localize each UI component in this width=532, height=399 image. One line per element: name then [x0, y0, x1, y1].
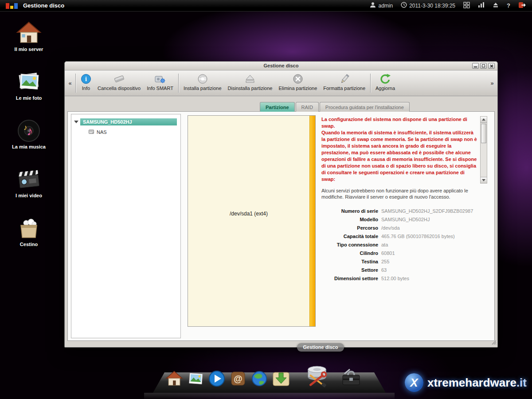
smart-info-button[interactable]: Info SMART: [144, 70, 176, 96]
detail-row: Settore63: [321, 266, 487, 274]
toolbar-scroll-right[interactable]: »: [489, 70, 496, 96]
desktop-icon-my-music[interactable]: ♪ ♪ La mia musica: [8, 114, 50, 163]
desktop-icon-my-videos[interactable]: I miei video: [8, 163, 50, 212]
warning-scrollbar[interactable]: [480, 116, 487, 184]
user-name: admin: [378, 3, 393, 9]
eject-icon[interactable]: [493, 2, 499, 9]
music-icon: ♪ ♪: [16, 114, 41, 143]
watermark-badge-icon: X: [405, 373, 423, 392]
maximize-button[interactable]: [480, 63, 487, 69]
scroll-up-button[interactable]: [481, 117, 487, 123]
desktop-icon-my-photos[interactable]: Le mie foto: [8, 66, 50, 114]
detail-row: Cilindro60801: [321, 249, 487, 258]
watermark: X xtremehardware.it: [405, 373, 527, 392]
tree-item-disk[interactable]: SAMSUNG_HD502HJ: [74, 118, 177, 125]
datetime-text: 2011-3-30 18:39:25: [409, 3, 455, 9]
tab-strip: Partizione RAID Procedura guidata per l'…: [65, 101, 494, 112]
warning-line1: La configurazione del sistema non dispon…: [321, 116, 477, 129]
detail-row: Testina255: [321, 258, 487, 266]
dock-tooltip: Gestione disco: [297, 343, 344, 352]
partition-used-stripe: [309, 116, 315, 326]
eraser-icon: [113, 73, 125, 85]
dock-browser-icon[interactable]: [250, 370, 268, 389]
logout-icon[interactable]: [518, 2, 526, 10]
maximize-icon: [482, 64, 485, 67]
toolbar-separator: [75, 74, 76, 93]
desktop-icon-column: Il mio server Le mie foto ♪ ♪: [8, 17, 50, 261]
help-icon[interactable]: ?: [507, 2, 510, 9]
window-statusbar: [65, 341, 497, 347]
disk-management-window: Gestione disco « i Info Cancella disposi…: [64, 61, 498, 348]
dock-download-icon[interactable]: [272, 370, 290, 389]
scrollbar-thumb[interactable]: [481, 124, 486, 143]
svg-text:i: i: [85, 76, 87, 82]
swap-warning-box: La configurazione del sistema non dispon…: [321, 116, 487, 184]
tab-raid[interactable]: RAID: [296, 102, 319, 112]
dock-mail-icon[interactable]: @: [229, 370, 247, 389]
arrow-down-icon: [482, 179, 485, 181]
format-partition-icon: [339, 73, 350, 85]
svg-text:♪: ♪: [27, 124, 33, 138]
trash-icon: [16, 212, 41, 240]
svg-text:@: @: [234, 374, 243, 383]
detail-row: ModelloSAMSUNG_HD502HJ: [321, 215, 487, 224]
dock-play-icon[interactable]: [208, 370, 226, 389]
delete-partition-button[interactable]: Elimina partizione: [275, 70, 320, 96]
format-partition-button[interactable]: Formatta partizione: [320, 70, 368, 96]
tree-item-nas[interactable]: NAS: [88, 129, 180, 136]
user-menu[interactable]: admin: [370, 2, 393, 9]
detail-row: Tipo connessioneata: [321, 241, 487, 249]
disk-details-list: Numero di serieSAMSUNG_HD502HJ_S2DFJ9BZB…: [321, 207, 487, 283]
tab-install-wizard[interactable]: Procedura guidata per l'installazione: [320, 102, 410, 112]
user-icon: [370, 2, 376, 9]
top-menu-bar: Gestione disco admin 2011-3-30 18:39:25 …: [0, 0, 532, 12]
system-logo-icon: [6, 3, 18, 9]
dock-toolbox-icon[interactable]: [341, 368, 361, 389]
uninstall-partition-icon: [244, 73, 256, 85]
detail-row: Numero di serieSAMSUNG_HD502HJ_S2DFJ9BZB…: [321, 207, 487, 215]
close-button[interactable]: [488, 63, 495, 69]
arrow-up-icon: [482, 118, 485, 121]
dock-disk-tools-icon[interactable]: [303, 360, 331, 390]
info-button[interactable]: i Info: [78, 70, 94, 96]
dock-photos-icon[interactable]: [187, 370, 204, 389]
window-toolbar: « i Info Cancella dispositivo Info SMART: [65, 70, 497, 96]
service-note: Alcuni servizi potrebbero non funzionare…: [321, 188, 486, 200]
window-title: Gestione disco: [264, 63, 299, 68]
toolbar-separator: [370, 74, 371, 93]
install-partition-button[interactable]: Installa partizione: [180, 70, 225, 96]
dock-home-icon[interactable]: [165, 370, 183, 389]
window-titlebar[interactable]: Gestione disco: [65, 62, 497, 70]
expander-icon[interactable]: [74, 121, 78, 123]
smart-disk-icon: [154, 73, 166, 85]
topbar-title: Gestione disco: [23, 2, 64, 9]
usage-icon[interactable]: [478, 2, 485, 9]
scroll-down-button[interactable]: [481, 177, 487, 183]
clock-icon: [401, 2, 407, 9]
erase-device-button[interactable]: Cancella dispositivo: [94, 70, 144, 96]
apps-grid-icon[interactable]: [463, 2, 470, 10]
dock-reflection: [144, 393, 395, 399]
refresh-button[interactable]: Aggiorna: [372, 70, 398, 96]
videos-icon: [16, 163, 42, 192]
partition-map[interactable]: /dev/sda1 (ext4): [188, 115, 316, 327]
detail-row: Capacità totale465.76 GB (500107862016 b…: [321, 232, 487, 241]
drive-icon: [88, 129, 94, 136]
toolbar-separator: [178, 74, 179, 93]
minimize-button[interactable]: [472, 63, 479, 69]
toolbar-scroll-left[interactable]: «: [66, 70, 74, 96]
dock: @: [153, 372, 386, 393]
system-clock: 2011-3-30 18:39:25: [401, 2, 455, 9]
device-tree-panel: SAMSUNG_HD502HJ NAS: [71, 114, 181, 338]
desktop-icon-my-server[interactable]: Il mio server: [8, 17, 50, 66]
home-icon: [16, 17, 42, 45]
info-icon: i: [81, 73, 91, 85]
detail-row: Percorso/dev/sda: [321, 224, 487, 232]
uninstall-partition-button[interactable]: Disinstalla partizione: [225, 70, 276, 96]
partition-label: /dev/sda1 (ext4): [188, 211, 309, 217]
install-partition-icon: [197, 73, 208, 85]
desktop-icon-trash[interactable]: Cestino: [8, 212, 50, 261]
tab-partizione[interactable]: Partizione: [260, 102, 295, 112]
warning-line2: Quando la memoria di sistema è insuffici…: [321, 129, 477, 183]
window-content: SAMSUNG_HD502HJ NAS /dev/sda1 (ext4) La …: [67, 111, 495, 341]
